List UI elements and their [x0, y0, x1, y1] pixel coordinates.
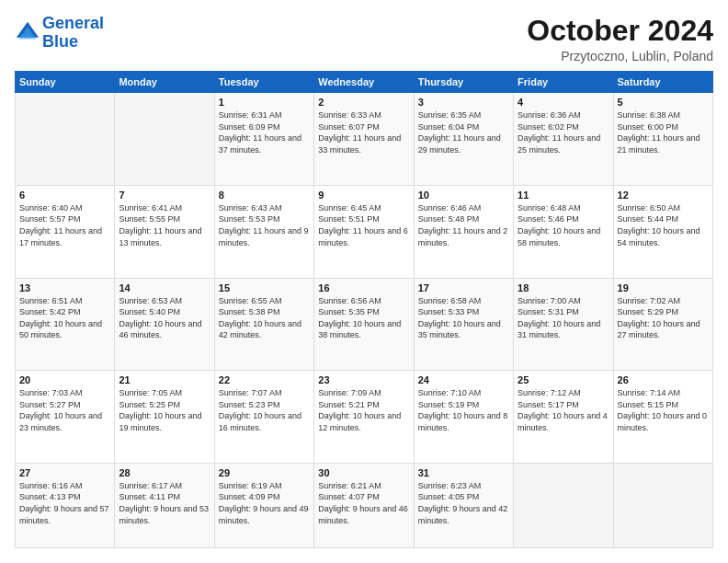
table-row: 5 Sunrise: 6:38 AMSunset: 6:00 PMDayligh… [613, 93, 712, 186]
table-row: 17 Sunrise: 6:58 AMSunset: 5:33 PMDaylig… [414, 278, 513, 371]
day-number: 31 [418, 467, 509, 478]
day-info: Sunrise: 6:45 AMSunset: 5:51 PMDaylight:… [318, 202, 409, 248]
day-number: 19 [618, 282, 709, 293]
day-number: 15 [219, 282, 310, 293]
day-number: 22 [219, 374, 310, 385]
logo-line2: Blue [42, 32, 78, 51]
day-info: Sunrise: 7:14 AMSunset: 5:15 PMDaylight:… [618, 387, 709, 433]
table-row: 8 Sunrise: 6:43 AMSunset: 5:53 PMDayligh… [214, 185, 313, 278]
day-number: 17 [418, 282, 509, 293]
day-number: 23 [318, 374, 409, 385]
table-row: 27 Sunrise: 6:16 AMSunset: 4:13 PMDaylig… [16, 463, 115, 547]
day-number: 9 [318, 190, 409, 201]
day-info: Sunrise: 7:05 AMSunset: 5:25 PMDaylight:… [119, 387, 210, 433]
day-info: Sunrise: 6:43 AMSunset: 5:53 PMDaylight:… [219, 202, 310, 248]
col-friday: Friday [514, 72, 613, 93]
day-number: 24 [418, 374, 509, 385]
table-row: 1 Sunrise: 6:31 AMSunset: 6:09 PMDayligh… [214, 93, 313, 186]
day-info: Sunrise: 6:19 AMSunset: 4:09 PMDaylight:… [219, 480, 310, 526]
table-row: 15 Sunrise: 6:55 AMSunset: 5:38 PMDaylig… [214, 278, 313, 371]
table-row: 23 Sunrise: 7:09 AMSunset: 5:21 PMDaylig… [314, 371, 414, 464]
table-row: 2 Sunrise: 6:33 AMSunset: 6:07 PMDayligh… [314, 93, 414, 186]
day-info: Sunrise: 6:31 AMSunset: 6:09 PMDaylight:… [219, 109, 310, 155]
title-section: October 2024 Przytoczno, Lublin, Poland [527, 15, 713, 63]
table-row: 24 Sunrise: 7:10 AMSunset: 5:19 PMDaylig… [414, 371, 513, 464]
day-number: 30 [318, 467, 409, 478]
col-tuesday: Tuesday [214, 72, 313, 93]
day-info: Sunrise: 6:17 AMSunset: 4:11 PMDaylight:… [119, 480, 210, 526]
location-subtitle: Przytoczno, Lublin, Poland [527, 49, 713, 63]
day-info: Sunrise: 6:21 AMSunset: 4:07 PMDaylight:… [318, 480, 409, 526]
table-row: 6 Sunrise: 6:40 AMSunset: 5:57 PMDayligh… [16, 185, 115, 278]
day-info: Sunrise: 7:00 AMSunset: 5:31 PMDaylight:… [518, 295, 609, 341]
table-row: 4 Sunrise: 6:36 AMSunset: 6:02 PMDayligh… [514, 93, 613, 186]
logo: General Blue [15, 15, 104, 52]
table-row [115, 93, 214, 186]
day-number: 3 [418, 97, 509, 108]
day-number: 6 [19, 190, 110, 201]
logo-text: General Blue [42, 15, 104, 52]
day-info: Sunrise: 7:10 AMSunset: 5:19 PMDaylight:… [418, 387, 509, 433]
day-info: Sunrise: 6:46 AMSunset: 5:48 PMDaylight:… [418, 202, 509, 248]
day-info: Sunrise: 7:02 AMSunset: 5:29 PMDaylight:… [618, 295, 709, 341]
day-info: Sunrise: 6:53 AMSunset: 5:40 PMDaylight:… [119, 295, 210, 341]
table-row: 26 Sunrise: 7:14 AMSunset: 5:15 PMDaylig… [613, 371, 712, 464]
table-row: 29 Sunrise: 6:19 AMSunset: 4:09 PMDaylig… [214, 463, 313, 547]
col-sunday: Sunday [16, 72, 115, 93]
header: General Blue October 2024 Przytoczno, Lu… [15, 15, 713, 63]
day-number: 7 [119, 190, 210, 201]
logo-line1: General [42, 14, 104, 32]
table-row: 21 Sunrise: 7:05 AMSunset: 5:25 PMDaylig… [115, 371, 214, 464]
table-row: 18 Sunrise: 7:00 AMSunset: 5:31 PMDaylig… [514, 278, 613, 371]
day-info: Sunrise: 7:12 AMSunset: 5:17 PMDaylight:… [518, 387, 609, 433]
day-number: 8 [219, 190, 310, 201]
table-row: 25 Sunrise: 7:12 AMSunset: 5:17 PMDaylig… [514, 371, 613, 464]
table-row: 14 Sunrise: 6:53 AMSunset: 5:40 PMDaylig… [115, 278, 214, 371]
col-monday: Monday [115, 72, 214, 93]
day-number: 29 [219, 467, 310, 478]
day-number: 25 [518, 374, 609, 385]
day-number: 5 [618, 97, 709, 108]
day-info: Sunrise: 6:33 AMSunset: 6:07 PMDaylight:… [318, 109, 409, 155]
day-info: Sunrise: 6:23 AMSunset: 4:05 PMDaylight:… [418, 480, 509, 526]
col-saturday: Saturday [613, 72, 712, 93]
day-info: Sunrise: 6:38 AMSunset: 6:00 PMDaylight:… [618, 109, 709, 155]
day-info: Sunrise: 7:07 AMSunset: 5:23 PMDaylight:… [219, 387, 310, 433]
day-number: 14 [119, 282, 210, 293]
col-wednesday: Wednesday [314, 72, 414, 93]
table-row: 3 Sunrise: 6:35 AMSunset: 6:04 PMDayligh… [414, 93, 513, 186]
day-info: Sunrise: 6:16 AMSunset: 4:13 PMDaylight:… [19, 480, 110, 526]
day-number: 1 [219, 97, 310, 108]
day-number: 2 [318, 97, 409, 108]
table-row: 11 Sunrise: 6:48 AMSunset: 5:46 PMDaylig… [514, 185, 613, 278]
logo-icon [15, 20, 40, 46]
day-info: Sunrise: 7:09 AMSunset: 5:21 PMDaylight:… [318, 387, 409, 433]
day-info: Sunrise: 7:03 AMSunset: 5:27 PMDaylight:… [19, 387, 110, 433]
day-info: Sunrise: 6:50 AMSunset: 5:44 PMDaylight:… [618, 202, 709, 248]
day-number: 27 [19, 467, 110, 478]
table-row: 19 Sunrise: 7:02 AMSunset: 5:29 PMDaylig… [613, 278, 712, 371]
day-number: 21 [119, 374, 210, 385]
day-number: 13 [19, 282, 110, 293]
table-row: 9 Sunrise: 6:45 AMSunset: 5:51 PMDayligh… [314, 185, 414, 278]
page: General Blue October 2024 Przytoczno, Lu… [0, 0, 728, 563]
day-number: 16 [318, 282, 409, 293]
day-info: Sunrise: 6:58 AMSunset: 5:33 PMDaylight:… [418, 295, 509, 341]
month-title: October 2024 [527, 15, 713, 47]
day-info: Sunrise: 6:41 AMSunset: 5:55 PMDaylight:… [119, 202, 210, 248]
table-row: 28 Sunrise: 6:17 AMSunset: 4:11 PMDaylig… [115, 463, 214, 547]
table-row: 10 Sunrise: 6:46 AMSunset: 5:48 PMDaylig… [414, 185, 513, 278]
day-info: Sunrise: 6:56 AMSunset: 5:35 PMDaylight:… [318, 295, 409, 341]
day-number: 28 [119, 467, 210, 478]
day-number: 26 [618, 374, 709, 385]
day-info: Sunrise: 6:51 AMSunset: 5:42 PMDaylight:… [19, 295, 110, 341]
table-row [16, 93, 115, 186]
table-row: 13 Sunrise: 6:51 AMSunset: 5:42 PMDaylig… [16, 278, 115, 371]
day-info: Sunrise: 6:35 AMSunset: 6:04 PMDaylight:… [418, 109, 509, 155]
day-number: 12 [618, 190, 709, 201]
day-number: 11 [518, 190, 609, 201]
table-row: 30 Sunrise: 6:21 AMSunset: 4:07 PMDaylig… [314, 463, 414, 547]
day-info: Sunrise: 6:55 AMSunset: 5:38 PMDaylight:… [219, 295, 310, 341]
day-info: Sunrise: 6:40 AMSunset: 5:57 PMDaylight:… [19, 202, 110, 248]
table-row: 12 Sunrise: 6:50 AMSunset: 5:44 PMDaylig… [613, 185, 712, 278]
